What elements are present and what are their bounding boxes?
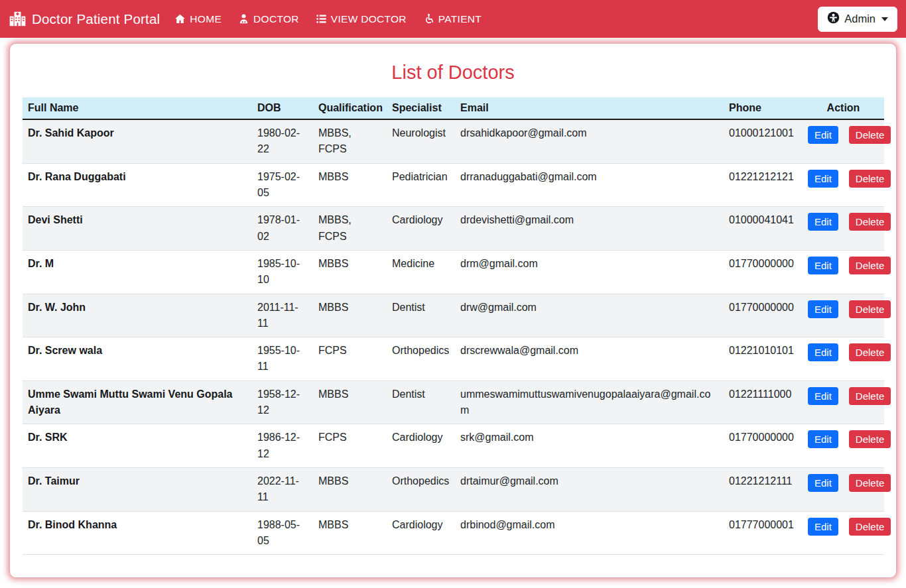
email-cell: drranaduggabati@gmail.com — [455, 163, 724, 207]
edit-button[interactable]: Edit — [808, 300, 838, 318]
edit-button[interactable]: Edit — [808, 170, 838, 188]
nav-item-patient[interactable]: PATIENT — [423, 13, 482, 25]
qualification-cell: MBBS — [313, 468, 387, 512]
delete-button[interactable]: Delete — [849, 343, 891, 361]
dob-cell: 1985-10-10 — [252, 250, 313, 294]
doctor-name-cell: Dr. M — [23, 250, 252, 294]
nav-item-home[interactable]: HOME — [174, 13, 222, 25]
specialist-cell: Neurologist — [387, 119, 455, 163]
phone-cell: 01770000000 — [724, 250, 803, 294]
action-cell: EditDelete — [803, 511, 884, 555]
dob-cell: 2011-11-11 — [252, 294, 313, 337]
delete-button[interactable]: Delete — [849, 213, 891, 231]
action-cell: EditDelete — [803, 381, 884, 424]
action-cell: EditDelete — [803, 250, 884, 294]
delete-button[interactable]: Delete — [849, 300, 891, 318]
doctor-name-cell: Dr. Rana Duggabati — [23, 163, 252, 207]
header-action: Action — [803, 97, 884, 119]
action-cell: EditDelete — [803, 337, 884, 381]
action-cell: EditDelete — [803, 424, 884, 468]
edit-button[interactable]: Edit — [808, 387, 838, 405]
header-dob: DOB — [252, 97, 313, 119]
delete-button[interactable]: Delete — [849, 518, 891, 536]
user-circle-icon — [827, 11, 840, 27]
table-row: Dr. Taimur2022-11-11MBBSOrthopedicsdrtai… — [23, 468, 884, 512]
email-cell: drdevishetti@gmail.com — [455, 207, 724, 251]
email-cell: drbinod@gmail.com — [455, 511, 724, 555]
header-phone: Phone — [724, 97, 803, 119]
delete-button[interactable]: Delete — [849, 387, 891, 405]
edit-button[interactable]: Edit — [808, 257, 838, 274]
doctor-icon — [238, 13, 249, 25]
phone-cell: 01221111000 — [724, 381, 803, 424]
action-cell: EditDelete — [803, 468, 884, 512]
dob-cell: 2022-11-11 — [252, 468, 313, 512]
delete-button[interactable]: Delete — [849, 170, 891, 188]
brand[interactable]: Doctor Patient Portal — [9, 10, 160, 28]
page-title: List of Doctors — [23, 62, 883, 84]
table-row: Dr. SRK1986-12-12FCPSCardiologysrk@gmail… — [23, 424, 884, 468]
edit-button[interactable]: Edit — [808, 518, 838, 536]
top-navbar: Doctor Patient Portal HOME DOCTOR — [0, 0, 906, 38]
dob-cell: 1988-05-05 — [252, 511, 313, 555]
table-row: Dr. Rana Duggabati1975-02-05MBBSPediatri… — [23, 163, 884, 207]
edit-button[interactable]: Edit — [808, 343, 838, 361]
doctor-name-cell: Umme Swami Muttu Swami Venu Gopala Aiyar… — [23, 381, 252, 424]
doctor-name-cell: Dr. W. John — [23, 294, 252, 337]
list-icon — [316, 13, 327, 25]
specialist-cell: Medicine — [387, 250, 455, 294]
delete-button[interactable]: Delete — [849, 257, 891, 274]
doctors-table: Full Name DOB Qualification Specialist E… — [23, 97, 884, 555]
admin-label: Admin — [844, 13, 875, 25]
phone-cell: 01000121001 — [724, 119, 803, 163]
header-full-name: Full Name — [23, 97, 252, 119]
nav-links: HOME DOCTOR — [174, 13, 482, 25]
doctor-name-cell: Dr. Taimur — [23, 468, 252, 512]
dob-cell: 1955-10-11 — [252, 337, 313, 381]
action-cell: EditDelete — [803, 207, 884, 251]
nav-item-label: HOME — [190, 13, 222, 25]
email-cell: drw@gmail.com — [455, 294, 724, 337]
table-row: Devi Shetti1978-01-02MBBS, FCPSCardiolog… — [23, 207, 884, 251]
qualification-cell: MBBS, FCPS — [313, 207, 387, 251]
edit-button[interactable]: Edit — [808, 430, 838, 448]
phone-cell: 01221212121 — [724, 163, 803, 207]
table-row: Dr. Binod Khanna1988-05-05MBBSCardiology… — [23, 511, 884, 555]
edit-button[interactable]: Edit — [808, 126, 838, 144]
action-cell: EditDelete — [803, 163, 884, 207]
nav-item-view-doctor[interactable]: VIEW DOCTOR — [316, 13, 407, 25]
specialist-cell: Pediatrician — [387, 163, 455, 207]
delete-button[interactable]: Delete — [849, 430, 891, 448]
admin-dropdown-button[interactable]: Admin — [818, 7, 897, 32]
specialist-cell: Cardiology — [387, 511, 455, 555]
dob-cell: 1958-12-12 — [252, 381, 313, 424]
header-email: Email — [455, 97, 724, 119]
doctor-name-cell: Devi Shetti — [23, 207, 252, 251]
dob-cell: 1980-02-22 — [252, 119, 313, 163]
phone-cell: 01770000000 — [724, 424, 803, 468]
dob-cell: 1978-01-02 — [252, 207, 313, 251]
nav-item-label: VIEW DOCTOR — [331, 13, 407, 25]
delete-button[interactable]: Delete — [849, 474, 891, 492]
dob-cell: 1975-02-05 — [252, 163, 313, 207]
table-row: Dr. W. John2011-11-11MBBSDentistdrw@gmai… — [23, 294, 884, 337]
email-cell: srk@gmail.com — [455, 424, 724, 468]
doctors-card: List of Doctors Full Name DOB Qualificat… — [9, 43, 897, 578]
email-cell: ummeswamimuttuswamivenugopalaaiyara@gmai… — [455, 381, 724, 424]
email-cell: drtaimur@gmail.com — [455, 468, 724, 512]
specialist-cell: Cardiology — [387, 424, 455, 468]
qualification-cell: MBBS — [313, 511, 387, 555]
table-row: Dr. Screw wala1955-10-11FCPSOrthopedicsd… — [23, 337, 884, 381]
delete-button[interactable]: Delete — [849, 126, 891, 144]
specialist-cell: Cardiology — [387, 207, 455, 251]
action-cell: EditDelete — [803, 294, 884, 337]
qualification-cell: FCPS — [313, 424, 387, 468]
doctor-name-cell: Dr. Screw wala — [23, 337, 252, 381]
phone-cell: 01770000000 — [724, 294, 803, 337]
edit-button[interactable]: Edit — [808, 213, 838, 231]
nav-item-doctor[interactable]: DOCTOR — [238, 13, 299, 25]
phone-cell: 01777000001 — [724, 511, 803, 555]
edit-button[interactable]: Edit — [808, 474, 838, 492]
doctor-name-cell: Dr. Sahid Kapoor — [23, 119, 252, 163]
table-row: Dr. Sahid Kapoor1980-02-22MBBS, FCPSNeur… — [23, 119, 884, 163]
